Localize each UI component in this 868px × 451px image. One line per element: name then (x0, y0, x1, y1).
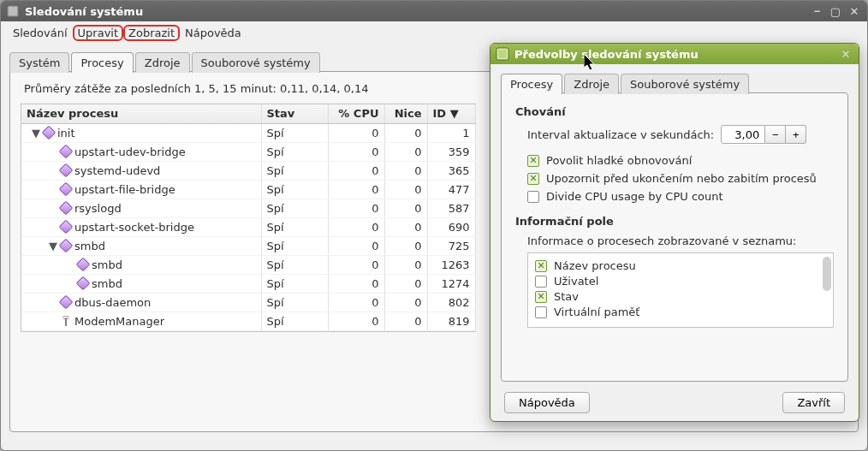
table-row[interactable]: upstart-socket-bridgeSpí00690 (21, 217, 475, 236)
process-cpu: 0 (328, 255, 384, 274)
menu-view[interactable]: Zobrazit (123, 25, 180, 41)
menu-monitor[interactable]: Sledování (8, 25, 73, 41)
process-cpu: 0 (328, 293, 384, 312)
process-id: 1 (427, 123, 475, 142)
prefs-tabbar: Procesy Zdroje Souborové systémy (501, 73, 848, 93)
process-nice: 0 (384, 293, 427, 312)
prefs-help-button[interactable]: Nápověda (504, 392, 590, 413)
preferences-dialog: Předvolby sledování systému ✕ Procesy Zd… (490, 43, 859, 422)
process-nice: 0 (384, 142, 427, 161)
interval-increment[interactable]: + (786, 125, 806, 144)
diamond-icon (59, 145, 74, 159)
process-cpu: 0 (328, 142, 384, 161)
table-row[interactable]: upstart-file-bridgeSpí00477 (21, 180, 475, 199)
prefs-tab-filesystems[interactable]: Souborové systémy (621, 74, 749, 94)
prefs-tab-processes[interactable]: Procesy (501, 74, 562, 94)
process-id: 365 (427, 161, 475, 180)
table-row[interactable]: rsyslogdSpí00587 (21, 199, 475, 217)
diamond-icon (59, 201, 74, 216)
main-titlebar[interactable]: Sledování systému － ▢ ✕ (1, 1, 867, 21)
maximize-button[interactable]: ▢ (828, 4, 843, 18)
col-id[interactable]: ID ▼ (427, 104, 475, 123)
col-cpu[interactable]: % CPU (328, 104, 384, 123)
table-row[interactable]: ▼smbdSpí00725 (21, 236, 475, 255)
process-name: smbd (92, 258, 122, 271)
interval-spinner: − + (721, 125, 806, 144)
prefs-close-button[interactable]: Zavřít (782, 392, 845, 413)
process-nice: 0 (384, 255, 427, 274)
process-cpu: 0 (328, 199, 384, 217)
menubar: Sledování Upravit Zobrazit Nápověda (1, 21, 867, 45)
prefs-close-icon[interactable]: ✕ (838, 47, 853, 61)
process-id: 725 (427, 236, 475, 255)
process-cpu: 0 (328, 312, 384, 330)
table-row[interactable]: smbdSpí001263 (21, 255, 475, 274)
process-id: 1263 (427, 255, 475, 274)
process-id: 587 (427, 199, 475, 217)
tab-system[interactable]: Systém (9, 52, 69, 73)
infofield-item[interactable]: ✕Stav (535, 290, 826, 303)
infofields-scrollbar[interactable] (823, 257, 831, 291)
check-warn-kill[interactable]: ✕ (527, 173, 539, 185)
tab-processes[interactable]: Procesy (71, 52, 133, 73)
menu-help[interactable]: Nápověda (180, 25, 247, 41)
infofield-checkbox[interactable]: ✕ (535, 291, 547, 303)
prefs-tab-resources[interactable]: Zdroje (564, 74, 619, 94)
tab-filesystems[interactable]: Souborové systémy (192, 52, 320, 73)
prefs-tabpanel: Chování Interval aktualizace v sekundách… (501, 92, 848, 382)
table-row[interactable]: systemd-udevdSpí00365 (21, 161, 475, 180)
process-state: Spí (261, 312, 328, 330)
process-state: Spí (261, 180, 328, 199)
infofield-label: Virtuální paměť (554, 306, 639, 318)
table-row[interactable]: ▼initSpí001 (21, 123, 475, 142)
svg-rect-5 (498, 50, 507, 58)
process-name: init (57, 127, 75, 139)
diamond-icon (76, 258, 91, 272)
process-cpu: 0 (328, 236, 384, 255)
table-row[interactable]: dbus-daemonSpí00802 (21, 293, 475, 312)
check-smooth-refresh[interactable]: ✕ (527, 155, 539, 167)
process-name: upstart-file-bridge (74, 183, 175, 196)
process-nice: 0 (384, 217, 427, 236)
col-name[interactable]: Název procesu (21, 104, 261, 123)
process-name: systemd-udevd (74, 164, 160, 177)
infofield-item[interactable]: Virtuální paměť (535, 306, 826, 318)
process-name: smbd (74, 240, 105, 252)
table-row[interactable]: upstart-udev-bridgeSpí00359 (21, 142, 475, 161)
process-cpu: 0 (328, 274, 384, 293)
infofield-item[interactable]: ✕Název procesu (535, 259, 826, 272)
col-nice[interactable]: Nice (384, 104, 427, 123)
diamond-icon (42, 126, 56, 140)
check-divide-cpu[interactable] (527, 191, 539, 203)
infofields-list[interactable]: ✕Název procesuUživatel✕StavVirtuální pam… (527, 252, 834, 328)
label-divide-cpu: Divide CPU usage by CPU count (546, 190, 723, 203)
prefs-body: Procesy Zdroje Souborové systémy Chování… (490, 64, 859, 424)
interval-decrement[interactable]: − (765, 125, 786, 144)
minimize-button[interactable]: － (809, 4, 824, 18)
infofield-checkbox[interactable] (535, 276, 547, 288)
tab-resources[interactable]: Zdroje (135, 52, 190, 73)
close-button[interactable]: ✕ (847, 4, 862, 18)
process-nice: 0 (384, 180, 427, 199)
table-row[interactable]: ModemManagerSpí00819 (21, 312, 475, 330)
infofield-checkbox[interactable]: ✕ (535, 260, 547, 272)
interval-input[interactable] (721, 125, 765, 144)
prefs-titlebar[interactable]: Předvolby sledování systému ✕ (490, 44, 859, 64)
infofield-checkbox[interactable] (535, 306, 547, 318)
process-name: smbd (92, 277, 122, 290)
process-nice: 0 (384, 274, 427, 293)
infofield-item[interactable]: Uživatel (535, 275, 826, 288)
menu-edit[interactable]: Upravit (73, 25, 123, 41)
process-nice: 0 (384, 161, 427, 180)
tree-twisty[interactable]: ▼ (32, 127, 40, 139)
process-table[interactable]: Název procesu Stav % CPU Nice ID ▼ ▼init… (21, 104, 476, 332)
interval-label: Interval aktualizace v sekundách: (527, 128, 714, 141)
table-row[interactable]: smbdSpí001274 (21, 274, 475, 293)
diamond-icon (59, 295, 74, 310)
infofields-desc: Informace o procesech zobrazované v sezn… (527, 234, 834, 247)
process-id: 819 (427, 312, 475, 330)
tree-twisty[interactable]: ▼ (49, 240, 57, 252)
col-state[interactable]: Stav (261, 104, 328, 123)
label-smooth-refresh: Povolit hladké obnovování (546, 154, 692, 167)
process-state: Spí (261, 142, 328, 161)
